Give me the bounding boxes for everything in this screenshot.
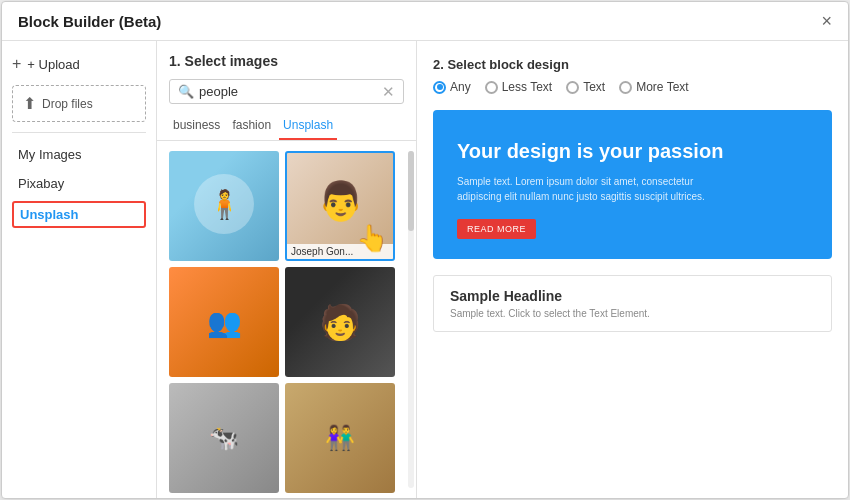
sidebar: + + Upload ⬆ Drop files My Images Pixaba… xyxy=(2,41,157,498)
tab-unsplash[interactable]: Unsplash xyxy=(279,114,337,140)
center-header: 1. Select images 🔍 ✕ xyxy=(157,41,416,114)
block-builder-modal: Block Builder (Beta) × + + Upload ⬆ Drop… xyxy=(1,1,849,499)
preview-headline: Your design is your passion xyxy=(457,138,808,164)
sample-headline-sub: Sample text. Click to select the Text El… xyxy=(450,308,815,319)
sidebar-divider xyxy=(12,132,146,133)
radio-text-label: Text xyxy=(583,80,605,94)
modal-body: + + Upload ⬆ Drop files My Images Pixaba… xyxy=(2,41,848,498)
center-panel: 1. Select images 🔍 ✕ business fashion Un… xyxy=(157,41,417,498)
scrollbar-thumb[interactable] xyxy=(408,151,414,231)
search-input[interactable] xyxy=(199,84,382,99)
sidebar-item-unsplash[interactable]: Unsplash xyxy=(12,201,146,228)
radio-less-text[interactable]: Less Text xyxy=(485,80,552,94)
image-item-2[interactable]: 👨 Joseph Gon... 👆 xyxy=(285,151,395,261)
tab-fashion[interactable]: fashion xyxy=(228,114,275,140)
plus-icon: + xyxy=(12,55,21,73)
upload-button[interactable]: + + Upload xyxy=(12,53,146,75)
sidebar-item-my-images[interactable]: My Images xyxy=(12,143,146,166)
sidebar-item-pixabay[interactable]: Pixabay xyxy=(12,172,146,195)
image-item-5[interactable]: 🐄 xyxy=(169,383,279,493)
upload-cloud-icon: ⬆ xyxy=(23,94,36,113)
radio-any-circle xyxy=(433,81,446,94)
block-design-section: 2. Select block design Any Less Text Tex… xyxy=(433,57,832,94)
upload-label: + Upload xyxy=(27,57,79,72)
scrollbar-track[interactable] xyxy=(408,151,414,488)
radio-less-text-label: Less Text xyxy=(502,80,552,94)
read-more-button[interactable]: READ MORE xyxy=(457,219,536,239)
drop-files-button[interactable]: ⬆ Drop files xyxy=(12,85,146,122)
radio-less-text-circle xyxy=(485,81,498,94)
modal-title: Block Builder (Beta) xyxy=(18,13,161,30)
radio-group: Any Less Text Text More Text xyxy=(433,80,832,94)
radio-more-text[interactable]: More Text xyxy=(619,80,688,94)
search-icon: 🔍 xyxy=(178,84,194,99)
modal-header: Block Builder (Beta) × xyxy=(2,2,848,41)
center-title: 1. Select images xyxy=(169,53,404,69)
preview-card[interactable]: Your design is your passion Sample text.… xyxy=(433,110,832,259)
image-item-6[interactable]: 👫 xyxy=(285,383,395,493)
sample-headline-card[interactable]: Sample Headline Sample text. Click to se… xyxy=(433,275,832,332)
image-item-3[interactable]: 👥 xyxy=(169,267,279,377)
right-panel: 2. Select block design Any Less Text Tex… xyxy=(417,41,848,498)
radio-text-circle xyxy=(566,81,579,94)
radio-any-label: Any xyxy=(450,80,471,94)
image-item-4[interactable]: 🧑 xyxy=(285,267,395,377)
tab-bar: business fashion Unsplash xyxy=(157,114,416,141)
sample-headline-title: Sample Headline xyxy=(450,288,815,304)
radio-more-text-label: More Text xyxy=(636,80,688,94)
image-item-1[interactable]: 🧍 xyxy=(169,151,279,261)
radio-more-text-circle xyxy=(619,81,632,94)
radio-text[interactable]: Text xyxy=(566,80,605,94)
tab-business[interactable]: business xyxy=(169,114,224,140)
search-clear-button[interactable]: ✕ xyxy=(382,84,395,99)
close-button[interactable]: × xyxy=(821,12,832,30)
search-bar: 🔍 ✕ xyxy=(169,79,404,104)
preview-body: Sample text. Lorem ipsum dolor sit amet,… xyxy=(457,174,717,204)
drop-files-label: Drop files xyxy=(42,97,93,111)
image-label-2: Joseph Gon... xyxy=(287,244,393,259)
radio-any[interactable]: Any xyxy=(433,80,471,94)
image-grid: 🧍 👨 Joseph Gon... 👆 👥 xyxy=(157,141,406,498)
block-design-title: 2. Select block design xyxy=(433,57,832,72)
